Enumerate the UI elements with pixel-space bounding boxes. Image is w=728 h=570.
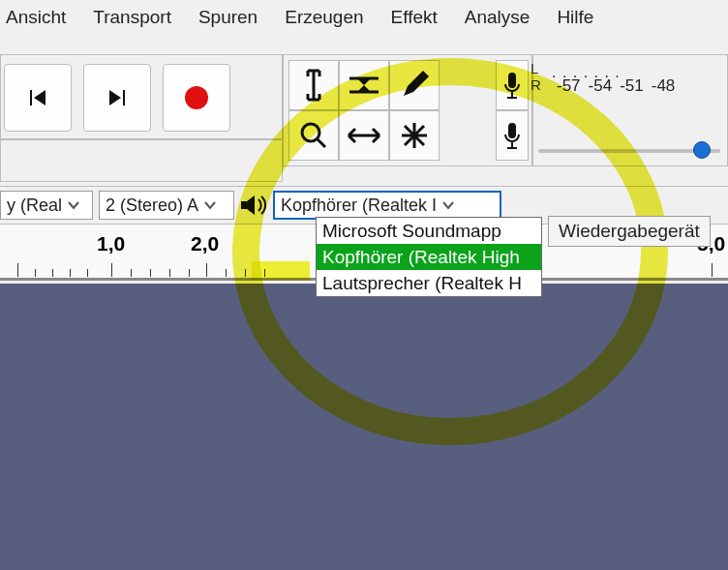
gain-slider-knob[interactable]: [693, 141, 711, 159]
skip-start-button[interactable]: [4, 64, 72, 132]
menu-item-tracks[interactable]: Spuren: [198, 7, 258, 28]
meter-channel-labels: L R: [531, 60, 541, 93]
ruler-label: 2,0: [191, 232, 219, 255]
timeshift-tool[interactable]: [339, 110, 389, 161]
play-meter-mic-button[interactable]: [496, 110, 529, 161]
meter-value: -54: [589, 76, 613, 96]
mic-column: [496, 60, 529, 161]
meter-value: -57: [557, 76, 581, 96]
svg-point-1: [302, 124, 319, 141]
playback-device-value: Kopfhörer (Realtek I: [281, 195, 437, 216]
audio-host-value: y (Real: [7, 195, 62, 216]
playback-device-combo[interactable]: Kopfhörer (Realtek I: [273, 191, 501, 220]
menu-item-view[interactable]: Ansicht: [6, 7, 66, 28]
selection-tool[interactable]: [288, 60, 339, 110]
chevron-down-icon: [442, 199, 454, 211]
record-meter-mic-button[interactable]: [496, 60, 529, 110]
menu-item-transport[interactable]: Transport: [93, 7, 171, 28]
meter-left-label: L: [531, 60, 541, 76]
ruler-label: 1,0: [97, 232, 125, 255]
transport-buttons: [0, 63, 230, 133]
record-channels-value: 2 (Stereo) A: [106, 195, 198, 216]
envelope-tool-icon: [348, 73, 380, 98]
microphone-icon: [502, 71, 522, 100]
zoom-tool[interactable]: [288, 110, 339, 161]
tools-grid: [288, 60, 490, 161]
envelope-tool[interactable]: [339, 60, 389, 110]
meter-value: -51: [620, 76, 644, 96]
svg-point-0: [185, 86, 208, 109]
draw-tool[interactable]: [389, 60, 440, 110]
zoom-tool-icon: [299, 121, 328, 150]
skip-end-button[interactable]: [83, 64, 151, 132]
menu-item-effect[interactable]: Effekt: [391, 7, 438, 28]
speaker-icon: [234, 191, 271, 220]
annotation-underline: [252, 261, 310, 281]
spacer2: [440, 110, 490, 161]
chevron-down-icon: [68, 199, 79, 211]
meter-scale: -57 -54 -51 -48: [557, 76, 675, 96]
meter-value: -48: [652, 76, 676, 96]
record-icon: [182, 83, 211, 112]
draw-tool-icon: [400, 71, 429, 100]
dropdown-option[interactable]: Lautsprecher (Realtek H: [317, 270, 541, 296]
skip-start-icon: [26, 86, 49, 109]
chevron-down-icon: [204, 199, 216, 211]
microphone-icon: [502, 121, 522, 150]
timeshift-tool-icon: [347, 126, 381, 145]
track-area[interactable]: [0, 284, 728, 570]
svg-rect-2: [508, 73, 516, 88]
audio-host-combo[interactable]: y (Real: [0, 191, 93, 220]
multi-tool-icon: [400, 121, 429, 150]
playback-device-dropdown[interactable]: Microsoft Soundmapp Kopfhörer (Realtek H…: [316, 217, 542, 297]
menu-item-generate[interactable]: Erzeugen: [285, 7, 363, 28]
dropdown-option-selected[interactable]: Kopfhörer (Realtek High: [317, 244, 541, 270]
record-channels-combo[interactable]: 2 (Stereo) A: [99, 191, 234, 220]
menu-item-analyze[interactable]: Analyse: [465, 7, 531, 28]
menu-item-help[interactable]: Hilfe: [557, 7, 593, 28]
svg-rect-3: [508, 123, 516, 138]
spacer: [440, 60, 490, 110]
menu-bar: Ansicht Transport Spuren Erzeugen Effekt…: [0, 0, 728, 35]
selection-tool-icon: [301, 69, 326, 102]
record-button[interactable]: [163, 64, 230, 132]
multi-tool[interactable]: [389, 110, 440, 161]
extra-toolbar-panel: [0, 139, 283, 182]
skip-end-icon: [106, 86, 129, 109]
dropdown-option[interactable]: Microsoft Soundmapp: [317, 218, 541, 244]
playback-device-tooltip: Wiedergabegerät: [548, 216, 711, 247]
meter-right-label: R: [531, 76, 541, 93]
